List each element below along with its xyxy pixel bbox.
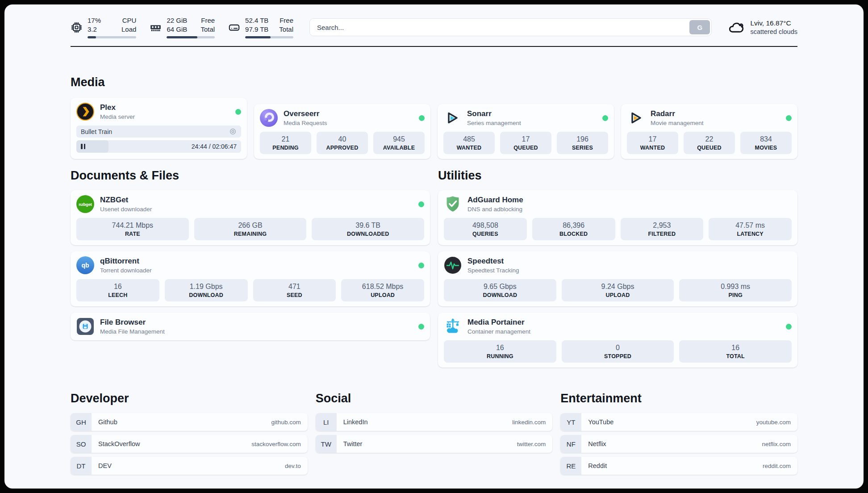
now-playing-title: Bullet Train bbox=[81, 128, 112, 135]
stat-label: DOWNLOAD bbox=[167, 292, 246, 299]
app-card-radarr[interactable]: Radarr Movie management 17 WANTED 22 QUE… bbox=[621, 104, 797, 159]
stat-box: 485 WANTED bbox=[443, 132, 495, 154]
stat-value: 9.65 Gbps bbox=[446, 282, 555, 291]
bookmark-github[interactable]: GH Github github.com bbox=[71, 413, 308, 431]
bookmark-name: Reddit bbox=[588, 462, 607, 469]
disk-free-value: 52.4 TB bbox=[245, 16, 268, 25]
stat-label: STOPPED bbox=[563, 353, 672, 360]
stat-label: LATENCY bbox=[710, 230, 790, 238]
app-name: qBittorrent bbox=[100, 257, 152, 266]
stat-value: 196 bbox=[559, 135, 606, 143]
bookmark-abbr: RE bbox=[560, 457, 581, 475]
stat-label: REMAINING bbox=[196, 230, 305, 238]
stat-label: RATE bbox=[78, 230, 187, 238]
ram-icon bbox=[150, 21, 162, 33]
stat-box: 47.57 ms LATENCY bbox=[709, 218, 792, 240]
stat-box: 40 APPROVED bbox=[317, 132, 368, 154]
app-card-qbittorrent[interactable]: qb qBittorrent Torrent downloader 16 LEE… bbox=[71, 251, 430, 306]
bookmark-abbr: YT bbox=[560, 413, 581, 431]
stat-label: QUERIES bbox=[446, 230, 525, 238]
bookmark-twitter[interactable]: TW Twitter twitter.com bbox=[316, 435, 553, 453]
stat-label: SERIES bbox=[559, 144, 606, 151]
memory-progress-bar bbox=[167, 36, 215, 38]
bookmark-name: Twitter bbox=[343, 440, 363, 447]
bookmark-url: youtube.com bbox=[756, 419, 797, 426]
disk-total-value: 97.9 TB bbox=[245, 25, 268, 34]
stat-box: 39.6 TB DOWNLOADED bbox=[312, 218, 424, 240]
bookmark-url: netflix.com bbox=[762, 441, 797, 447]
bookmark-youtube[interactable]: YT YouTube youtube.com bbox=[560, 413, 797, 431]
stat-value: 22 bbox=[685, 135, 733, 143]
status-dot bbox=[418, 201, 424, 207]
stat-box: 16 TOTAL bbox=[679, 340, 792, 363]
stat-box: 945 AVAILABLE bbox=[373, 132, 425, 154]
weather-widget[interactable]: Lviv, 16.87°C scattered clouds bbox=[728, 19, 797, 36]
status-dot bbox=[418, 263, 424, 268]
stat-label: SEED bbox=[255, 292, 334, 299]
bookmark-name: LinkedIn bbox=[343, 418, 368, 426]
bookmark-reddit[interactable]: RE Reddit reddit.com bbox=[560, 457, 797, 475]
disc-icon bbox=[229, 128, 237, 135]
stat-value: 16 bbox=[78, 282, 158, 291]
app-card-speedtest[interactable]: Speedtest Speedtest Tracking 9.65 Gbps D… bbox=[438, 251, 797, 306]
bookmark-abbr: GH bbox=[71, 413, 92, 431]
app-card-overseerr[interactable]: Overseerr Media Requests 21 PENDING 40 A… bbox=[254, 104, 430, 159]
resource-monitor-disk: 52.4 TB 97.9 TB Free Total bbox=[228, 16, 293, 38]
bookmark-name: Github bbox=[98, 418, 117, 426]
stat-label: WANTED bbox=[445, 144, 493, 151]
section-title-utilities: Utilities bbox=[438, 168, 797, 183]
stat-box: 22 QUEUED bbox=[684, 132, 735, 154]
bookmark-abbr: TW bbox=[316, 435, 337, 453]
stat-box: 1.19 Gbps DOWNLOAD bbox=[165, 279, 248, 301]
app-card-filebrowser[interactable]: File Browser Media File Management bbox=[71, 313, 430, 340]
app-name: Radarr bbox=[651, 109, 704, 118]
resource-monitors: 17% 3.2 CPU Load bbox=[71, 16, 293, 38]
search-input[interactable] bbox=[309, 18, 712, 36]
stat-label: BLOCKED bbox=[534, 230, 613, 238]
stat-value: 1.19 Gbps bbox=[167, 282, 246, 291]
app-card-adguard[interactable]: AdGuard Home DNS and adblocking 498,508 … bbox=[438, 190, 797, 245]
memory-free-value: 22 GiB bbox=[167, 16, 190, 25]
app-card-sonarr[interactable]: Sonarr Series management 485 WANTED 17 Q… bbox=[438, 104, 614, 159]
disk-free-label: Free bbox=[279, 16, 293, 25]
stat-value: 47.57 ms bbox=[710, 221, 790, 230]
app-card-plex[interactable]: Plex Media server Bullet Train 24:44 / 0… bbox=[71, 98, 247, 159]
app-description: Media server bbox=[100, 113, 135, 120]
resource-monitor-cpu: 17% 3.2 CPU Load bbox=[71, 16, 136, 38]
app-description: Media File Management bbox=[100, 328, 165, 335]
memory-total-value: 64 GiB bbox=[167, 25, 190, 34]
stat-label: FILTERED bbox=[622, 230, 702, 238]
bookmark-dev[interactable]: DT DEV dev.to bbox=[71, 457, 308, 475]
bookmark-stackoverflow[interactable]: SO StackOverflow stackoverflow.com bbox=[71, 435, 308, 453]
stat-box: 744.21 Mbps RATE bbox=[76, 218, 189, 240]
search-engine-button[interactable]: G bbox=[689, 20, 710, 34]
stat-label: LEECH bbox=[78, 292, 158, 299]
bookmark-name: DEV bbox=[98, 462, 112, 469]
stat-label: QUEUED bbox=[502, 144, 550, 151]
playback-time: 24:44 / 02:06:47 bbox=[192, 143, 237, 150]
stat-value: 471 bbox=[255, 282, 334, 291]
stat-value: 266 GB bbox=[196, 221, 305, 230]
pause-icon bbox=[81, 144, 86, 149]
section-title-documents: Documents & Files bbox=[71, 168, 430, 183]
memory-progress-fill bbox=[167, 36, 197, 38]
stat-label: WANTED bbox=[629, 144, 676, 151]
bookmark-netflix[interactable]: NF Netflix netflix.com bbox=[560, 435, 797, 453]
cpu-progress-fill bbox=[88, 36, 96, 38]
bookmark-linkedin[interactable]: LI LinkedIn linkedin.com bbox=[316, 413, 553, 431]
stat-box: 16 LEECH bbox=[76, 279, 159, 301]
app-description: DNS and adblocking bbox=[467, 206, 523, 213]
stat-box: 618.52 Mbps UPLOAD bbox=[341, 279, 424, 301]
status-dot bbox=[418, 324, 424, 330]
disk-progress-fill bbox=[245, 36, 271, 38]
stat-box: 17 QUEUED bbox=[500, 132, 551, 154]
bookmark-url: linkedin.com bbox=[512, 419, 552, 426]
portainer-icon bbox=[444, 318, 462, 335]
stat-label: DOWNLOADED bbox=[313, 230, 422, 238]
bookmark-url: stackoverflow.com bbox=[251, 441, 307, 447]
status-dot bbox=[419, 115, 425, 121]
media-player-now-playing: Bullet Train bbox=[76, 125, 241, 138]
app-name: Sonarr bbox=[467, 109, 521, 118]
app-card-nzbget[interactable]: nzbget NZBGet Usenet downloader 744.21 M… bbox=[71, 190, 430, 245]
app-card-portainer[interactable]: Media Portainer Container management 16 … bbox=[438, 313, 797, 368]
